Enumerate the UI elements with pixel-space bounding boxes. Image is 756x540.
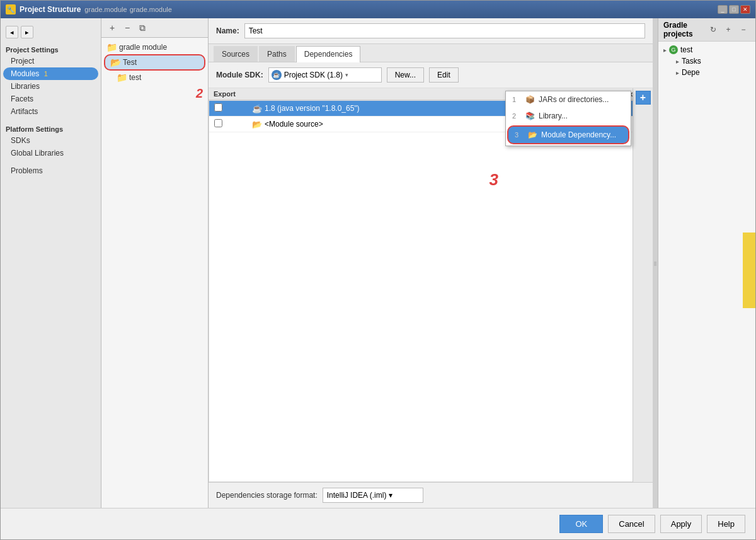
popup-label-jars: JARs or directories... bbox=[539, 95, 609, 104]
format-dropdown[interactable]: IntelliJ IDEA (.iml) ▾ bbox=[323, 488, 423, 503]
title-tab2[interactable]: grade.module bbox=[130, 6, 172, 13]
name-input[interactable] bbox=[244, 23, 645, 38]
gradle-tasks-label: Tasks bbox=[682, 57, 701, 66]
gradle-tree-deps[interactable]: ▸ Depe bbox=[663, 67, 750, 78]
format-value: IntelliJ IDEA (.iml) bbox=[327, 491, 387, 500]
gradle-root-icon: G bbox=[669, 45, 678, 54]
title-bar-left: 🔧 Project Structure grade.module grade.m… bbox=[6, 4, 172, 14]
sdk-row-icon: ☕ bbox=[252, 104, 262, 113]
minimize-button[interactable]: _ bbox=[718, 5, 728, 14]
gradle-tree-tasks[interactable]: ▸ Tasks bbox=[663, 55, 750, 67]
popup-label-library: Library... bbox=[539, 112, 568, 120]
sidebar-item-problems[interactable]: Problems bbox=[1, 164, 101, 177]
sidebar-item-sdks[interactable]: SDKs bbox=[1, 134, 101, 147]
gradle-title: Gradle projects bbox=[663, 21, 706, 38]
app-icon: 🔧 bbox=[6, 4, 16, 14]
module-toolbar: + − ⧉ bbox=[101, 18, 208, 38]
title-bar-tabs: grade.module grade.module bbox=[84, 6, 172, 13]
gradle-panel: Gradle projects ↻ + − ▸ G test ▸ Tasks bbox=[658, 18, 755, 508]
gradle-add-button[interactable]: + bbox=[721, 23, 735, 37]
back-button[interactable]: ◂ bbox=[6, 26, 18, 38]
sidebar: ◂ ▸ Project Settings Project Modules 1 L… bbox=[1, 18, 101, 508]
module-name-gradle: gradle module bbox=[119, 43, 167, 52]
jar-icon: 📦 bbox=[525, 95, 535, 105]
name-label: Name: bbox=[216, 26, 239, 35]
module-name-test: Test bbox=[123, 58, 137, 67]
tree-arrow-root: ▸ bbox=[663, 47, 667, 54]
gradle-deps-label: Depe bbox=[682, 68, 700, 77]
deps-row-export-2 bbox=[214, 119, 252, 129]
project-structure-window: 🔧 Project Structure grade.module grade.m… bbox=[0, 0, 756, 540]
collapse-handle[interactable]: || bbox=[653, 18, 658, 508]
sdk-label: Module SDK: bbox=[216, 71, 263, 79]
ok-button[interactable]: OK bbox=[559, 515, 603, 533]
export-checkbox-2[interactable] bbox=[214, 119, 222, 127]
format-label: Dependencies storage format: bbox=[216, 491, 318, 500]
title-tab1[interactable]: grade.module bbox=[84, 6, 127, 13]
sidebar-item-modules[interactable]: Modules 1 bbox=[3, 67, 98, 80]
popup-num-2: 2 bbox=[512, 112, 521, 120]
tab-dependencies[interactable]: Dependencies bbox=[296, 46, 361, 62]
deps-format-row: Dependencies storage format: IntelliJ ID… bbox=[209, 482, 653, 508]
module-item-gradle[interactable]: 📁 gradle module bbox=[101, 40, 208, 54]
add-module-button[interactable]: + bbox=[105, 21, 119, 35]
sidebar-item-global-libraries[interactable]: Global Libraries bbox=[1, 147, 101, 159]
help-button[interactable]: Help bbox=[707, 515, 745, 533]
edit-sdk-button[interactable]: Edit bbox=[429, 67, 459, 83]
folder-yellow-icon: 📁 bbox=[106, 42, 117, 52]
name-row: Name: bbox=[209, 18, 653, 44]
module-item-test[interactable]: 📂 Test bbox=[104, 54, 205, 71]
apply-button[interactable]: Apply bbox=[660, 515, 702, 533]
gradle-remove-button[interactable]: − bbox=[736, 23, 750, 37]
format-arrow: ▾ bbox=[389, 491, 392, 500]
module-items: 📁 gradle module 📂 Test 📁 test bbox=[101, 38, 208, 508]
export-checkbox-1[interactable] bbox=[214, 103, 222, 112]
module-item-test-sub[interactable]: 📁 test bbox=[101, 71, 208, 84]
tree-arrow-deps: ▸ bbox=[676, 69, 679, 76]
sidebar-item-facets[interactable]: Facets bbox=[1, 93, 101, 105]
tab-sources[interactable]: Sources bbox=[214, 46, 258, 62]
forward-button[interactable]: ▸ bbox=[21, 26, 33, 38]
new-sdk-button[interactable]: New... bbox=[387, 67, 424, 83]
deps-row-name-text-1: 1.8 (java version "1.8.0_65") bbox=[265, 104, 360, 113]
sidebar-nav: ◂ ▸ bbox=[1, 23, 101, 41]
copy-module-button[interactable]: ⧉ bbox=[135, 21, 149, 35]
tree-arrow-tasks: ▸ bbox=[676, 58, 679, 65]
gradle-tree: ▸ G test ▸ Tasks ▸ Depe bbox=[658, 42, 755, 81]
popup-item-module-dep[interactable]: 3 📂 Module Dependency... bbox=[507, 125, 629, 144]
sdk-value: Project SDK (1.8) bbox=[284, 71, 343, 79]
gradle-tree-root-label: test bbox=[680, 45, 692, 54]
title-bar: 🔧 Project Structure grade.module grade.m… bbox=[1, 1, 755, 18]
popup-item-library[interactable]: 2 📚 Library... bbox=[506, 108, 631, 124]
popup-item-jars[interactable]: 1 📦 JARs or directories... bbox=[506, 91, 631, 108]
module-name-test-sub: test bbox=[129, 73, 141, 82]
cancel-button[interactable]: Cancel bbox=[608, 515, 655, 533]
deps-row-export-1 bbox=[214, 103, 252, 113]
gradle-header: Gradle projects ↻ + − bbox=[658, 18, 755, 42]
sdk-dropdown[interactable]: ☕ Project SDK (1.8) ▾ bbox=[268, 67, 382, 83]
gradle-toolbar-icons: ↻ + − bbox=[706, 23, 750, 37]
maximize-button[interactable]: □ bbox=[729, 5, 739, 14]
window-title: Project Structure bbox=[20, 5, 81, 14]
gradle-refresh-button[interactable]: ↻ bbox=[706, 23, 720, 37]
remove-module-button[interactable]: − bbox=[120, 21, 134, 35]
sidebar-item-project[interactable]: Project bbox=[1, 55, 101, 67]
folder-blue-icon: 📂 bbox=[110, 57, 120, 67]
add-dependency-button[interactable]: + bbox=[636, 91, 651, 105]
sidebar-item-libraries[interactable]: Libraries bbox=[1, 80, 101, 93]
gradle-tree-root[interactable]: ▸ G test bbox=[663, 44, 750, 55]
side-toolbar: + bbox=[633, 88, 653, 482]
popup-label-module-dep: Module Dependency... bbox=[541, 130, 616, 139]
platform-settings-label: Platform Settings bbox=[1, 123, 101, 134]
sticky-note bbox=[743, 233, 755, 308]
main-content: ◂ ▸ Project Settings Project Modules 1 L… bbox=[1, 18, 755, 508]
sidebar-item-artifacts[interactable]: Artifacts bbox=[1, 105, 101, 118]
window-controls: _ □ ✕ bbox=[718, 5, 750, 14]
close-button[interactable]: ✕ bbox=[740, 5, 750, 14]
tabs-row: Sources Paths Dependencies bbox=[209, 44, 653, 62]
folder-yellow-sub-icon: 📁 bbox=[117, 72, 127, 83]
tab-paths[interactable]: Paths bbox=[259, 46, 295, 62]
add-dependency-popup: 1 📦 JARs or directories... 2 📚 Library..… bbox=[505, 91, 631, 146]
right-panel: Name: Sources Paths Dependencies Module … bbox=[209, 18, 653, 508]
sdk-dropdown-arrow: ▾ bbox=[345, 72, 348, 78]
